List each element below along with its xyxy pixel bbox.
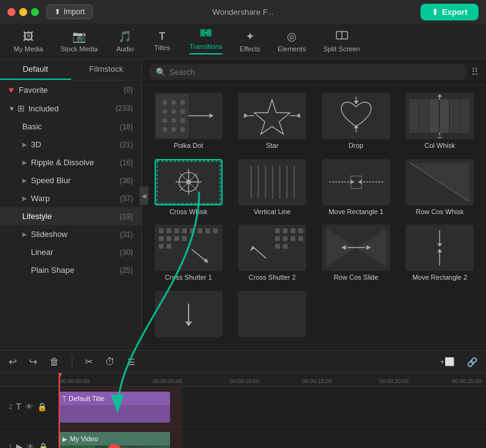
grid-view-icon[interactable]: ⠿ (471, 66, 479, 78)
transition-polka-dot[interactable]: Polka Dot (147, 90, 230, 155)
sidebar-item-lifestyle[interactable]: Lifestyle (19) (0, 207, 142, 225)
slideshow-count: (31) (120, 230, 133, 239)
transition-vertical-line[interactable]: Vertical Line (231, 157, 314, 222)
sidebar-item-speed-blur[interactable]: ▶ Speed Blur (36) (0, 171, 142, 189)
nav-item-audio[interactable]: 🎵 Audio (106, 26, 143, 56)
svg-point-14 (171, 118, 176, 123)
sidebar-collapse-button[interactable]: ◀ (140, 186, 148, 205)
cut-button[interactable]: ✂ (82, 353, 95, 370)
lifestyle-label: Lifestyle (22, 212, 52, 221)
sidebar-item-warp[interactable]: ▶ Warp (37) (0, 189, 142, 207)
thumb-vertical-line (238, 159, 306, 205)
thumb-row-cos-whisk (406, 159, 474, 205)
minimize-button[interactable] (19, 8, 27, 16)
title-bar: ⬆ Import Wondershare F... ⬆ Export (0, 0, 486, 24)
timeline-area: ↩ ↪ 🗑 ✂ ⏱ ☰ +⬜ 🔗 2 T 👁 🔒 1 ▶ (0, 350, 486, 448)
delete-button[interactable]: 🗑 (47, 354, 62, 370)
sidebar-tab-filmstock[interactable]: Filmstock (71, 59, 142, 80)
svg-rect-83 (166, 244, 171, 249)
svg-marker-42 (437, 137, 442, 139)
svg-rect-93 (291, 236, 296, 241)
undo-button[interactable]: ↩ (6, 353, 19, 370)
track-eye-2[interactable]: 👁 (25, 402, 33, 411)
chevron-warp: ▶ (22, 195, 27, 202)
playhead[interactable] (59, 373, 60, 448)
export-button[interactable]: ⬆ Export (420, 4, 479, 20)
track-lock-2[interactable]: 🔒 (37, 402, 47, 411)
nav-label-stock-media: Stock Media (61, 45, 98, 53)
warp-count: (37) (120, 194, 133, 203)
nav-label-effects: Effects (240, 45, 260, 53)
app-title: Wondershare F... (213, 7, 274, 17)
svg-rect-75 (197, 228, 202, 233)
timeline-toolbar: ↩ ↪ 🗑 ✂ ⏱ ☰ +⬜ 🔗 (0, 351, 486, 373)
svg-rect-1 (207, 29, 211, 37)
transition-cross-shutter-2[interactable]: Cross Shutter 2 (231, 222, 314, 287)
clip-my-video[interactable]: ▶ My Video ✂ (59, 432, 170, 448)
transition-14[interactable] (231, 288, 314, 346)
ruler-mark-3: 00:00:15:00 (302, 378, 332, 384)
filter-button[interactable]: ☰ (125, 355, 138, 369)
import-button[interactable]: ⬆ Import (46, 4, 93, 19)
timer-button[interactable]: ⏱ (103, 354, 117, 370)
redo-button[interactable]: ↪ (27, 353, 40, 370)
nav-item-transitions[interactable]: Transitions (181, 24, 231, 58)
sidebar-item-favorite[interactable]: ♥ Favorite (0) (0, 80, 142, 99)
svg-rect-37 (451, 100, 459, 132)
transition-13[interactable] (147, 288, 230, 346)
search-box[interactable]: 🔍 (150, 64, 466, 80)
thumb-drop (322, 93, 390, 139)
ruler-mark-2: 00:00:10:00 (229, 378, 259, 384)
svg-rect-69 (156, 225, 221, 270)
transition-star[interactable]: Star (231, 90, 314, 155)
track-eye-1[interactable]: 👁 (27, 442, 35, 449)
sidebar-item-plain-shape[interactable]: Plain Shape (25) (0, 261, 142, 279)
sidebar-item-ripple[interactable]: ▶ Ripple & Dissolve (16) (0, 153, 142, 171)
content-header: 🔍 ⠿ (142, 59, 486, 85)
transition-row-cos-slide[interactable]: Row Cos Slide (315, 222, 398, 287)
track-lock-1[interactable]: 🔒 (38, 442, 48, 449)
sidebar-item-linear[interactable]: Linear (30) (0, 243, 142, 261)
sidebar-item-basic[interactable]: Basic (18) (0, 118, 142, 136)
maximize-button[interactable] (31, 8, 39, 16)
ripple-count: (16) (120, 158, 133, 167)
transition-cross-whisk[interactable]: Cross Whisk (147, 157, 230, 222)
included-label: Included (28, 104, 59, 113)
slideshow-label: Slideshow (31, 230, 67, 239)
nav-item-split-screen[interactable]: Split Screen (315, 27, 369, 56)
nav-item-elements[interactable]: ◎ Elements (269, 26, 315, 56)
nav-item-stock-media[interactable]: 📷 Stock Media (52, 26, 107, 56)
favorite-label: Favorite (19, 85, 48, 95)
timeline-content: 2 T 👁 🔒 1 ▶ 👁 🔒 00:00:00:00 00:00:05:00 (0, 373, 486, 448)
add-track-button[interactable]: +⬜ (437, 355, 457, 369)
link-button[interactable]: 🔗 (464, 355, 480, 369)
thumb-row-cos-slide (322, 225, 390, 271)
nav-item-effects[interactable]: ✦ Effects (231, 26, 269, 56)
svg-rect-87 (275, 228, 280, 233)
sidebar-tab-default[interactable]: Default (0, 59, 71, 80)
transition-drop[interactable]: Drop (315, 90, 398, 155)
collapse-icon: ◀ (142, 192, 147, 199)
thumb-cross-shutter-2 (238, 225, 306, 271)
transition-move-rectangle-2[interactable]: Move Rectangle 2 (399, 222, 482, 287)
nav-item-titles[interactable]: T Titles (143, 27, 181, 55)
sidebar-item-3d[interactable]: ▶ 3D (21) (0, 136, 142, 153)
sidebar: Default Filmstock ♥ Favorite (0) ▼ ⊞ Inc… (0, 59, 142, 350)
svg-rect-95 (275, 244, 280, 249)
svg-rect-72 (174, 228, 179, 233)
transition-cross-shutter-1[interactable]: Cross Shutter 1 (147, 222, 230, 287)
close-button[interactable] (7, 8, 15, 16)
sidebar-item-slideshow[interactable]: ▶ Slideshow (31) (0, 225, 142, 243)
clip-default-title[interactable]: T Default Title (59, 392, 170, 423)
chevron-slideshow: ▶ (22, 231, 27, 238)
transition-move-rectangle-1[interactable]: Move Rectangle 1 (315, 157, 398, 222)
track-label-2: 2 T 👁 🔒 (0, 387, 58, 427)
cross-whisk-label: Cross Whisk (169, 208, 208, 215)
transition-col-whisk[interactable]: Col Whisk (399, 90, 482, 155)
transition-row-cos-whisk[interactable]: Row Cos Whisk (399, 157, 482, 222)
sidebar-item-included[interactable]: ▼ ⊞ Included (233) (0, 99, 142, 118)
top-nav: 🖼 My Media 📷 Stock Media 🎵 Audio T Title… (0, 24, 486, 59)
nav-item-my-media[interactable]: 🖼 My Media (5, 27, 52, 56)
search-input[interactable] (169, 67, 460, 77)
svg-point-11 (171, 109, 176, 114)
